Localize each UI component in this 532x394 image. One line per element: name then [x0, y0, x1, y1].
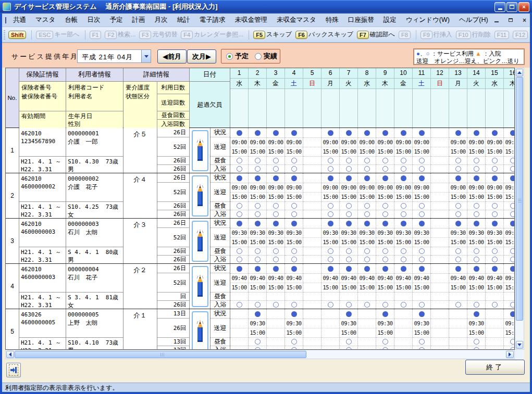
menu-item-未収金マスタ[interactable]: 未収金マスタ	[272, 14, 321, 26]
bath-open-circle	[255, 302, 261, 308]
menu-item-設定[interactable]: 設定	[379, 14, 401, 26]
fkey-F6[interactable]: F6バックスキップ	[295, 30, 353, 39]
mdi-close-button[interactable]: ×	[521, 17, 528, 23]
pickup-time	[394, 319, 412, 328]
day-cell-16: 09:3015:00	[504, 219, 514, 263]
user-cell: 000000003石川 太朗S 4. 4. 1 80歳男	[66, 219, 123, 263]
day-cell-5	[303, 219, 321, 263]
fkey-F7[interactable]: F7確認部へ	[357, 30, 395, 39]
scroll-right-button[interactable]	[506, 351, 514, 358]
user-code: 000000003	[68, 220, 121, 228]
day-cell-4: 09:0015:00	[285, 173, 303, 218]
horizontal-scrollbar-thumb[interactable]	[15, 351, 306, 358]
keycap-F12: F12	[513, 31, 528, 39]
mdi-restore-button[interactable]	[507, 17, 514, 23]
day-number: 9	[376, 68, 394, 79]
row-number: 1	[6, 128, 19, 173]
vertical-scrollbar[interactable]	[515, 68, 524, 350]
pencil-icon	[195, 183, 205, 208]
fkey-Shift[interactable]: Shift	[8, 31, 26, 39]
menu-item-台帳[interactable]: 台帳	[60, 14, 82, 26]
day-header-15: 15水	[486, 68, 504, 128]
prev-month-button[interactable]: ◀前月	[157, 49, 187, 63]
minimize-button[interactable]	[494, 2, 505, 12]
fkey-F5[interactable]: F5スキップ	[253, 30, 292, 39]
pickup-time	[358, 319, 376, 328]
menu-item-ウィンドウ(W)[interactable]: ウィンドウ(W)	[401, 14, 454, 26]
radio-actual[interactable]: 実績	[255, 52, 277, 61]
insurance-cell: 4620101234567890H21. 4. 1 ～H22. 3.31	[19, 128, 66, 173]
dropoff-time: 15:00	[267, 238, 284, 247]
label-pickup: 送迎	[211, 273, 230, 293]
menu-item-未収金管理[interactable]: 未収金管理	[230, 14, 272, 26]
dropoff-time: 15:00	[449, 283, 467, 292]
menu-item-月次[interactable]: 月次	[150, 14, 172, 26]
window-border-left	[0, 14, 2, 394]
mdi-minimize-button[interactable]	[493, 17, 500, 23]
col-header-date: 日付 超過欠員	[190, 68, 230, 128]
service-filled-circle	[364, 175, 370, 181]
day-cells: 09:3015:0009:3015:0009:3015:0009:3015:00…	[230, 219, 514, 263]
menu-item-統計[interactable]: 統計	[172, 14, 194, 26]
dropoff-time: 15:00	[267, 147, 284, 156]
vertical-scrollbar-thumb[interactable]	[516, 77, 523, 321]
menu-item-予定[interactable]: 予定	[105, 14, 127, 26]
day-cell-2: 09:4015:00	[249, 264, 267, 309]
scroll-down-button[interactable]	[516, 341, 523, 349]
bath-open-circle	[510, 166, 515, 172]
bath-open-circle	[273, 166, 279, 172]
menu-item-口座振替[interactable]: 口座振替	[343, 14, 379, 26]
day-cell-7: 09:3015:00	[340, 219, 358, 263]
horizontal-scrollbar[interactable]	[5, 350, 515, 359]
day-cell-3: 09:0015:00	[267, 128, 285, 173]
bath-open-circle	[401, 166, 406, 172]
toolbar-grip-handle[interactable]	[4, 30, 5, 40]
toggle-user-panel-button[interactable]	[6, 363, 21, 377]
scroll-left-button[interactable]	[6, 351, 14, 358]
menu-item-共通[interactable]: 共通	[8, 14, 31, 26]
menu-item-電子請求[interactable]: 電子請求	[194, 14, 230, 26]
service-filled-circle	[346, 175, 352, 181]
menu-item-マスタ[interactable]: マスタ	[31, 14, 60, 26]
dropoff-time	[431, 147, 449, 156]
user-row-4: 44620104600000003H21. 4. 1 ～H22. 3.31000…	[6, 264, 514, 309]
radio-plan[interactable]: 予定	[226, 52, 249, 61]
menu-item-日次[interactable]: 日次	[82, 14, 105, 26]
pencil-cell	[190, 309, 211, 350]
edit-pencil-button[interactable]	[192, 311, 208, 350]
day-number: 5	[303, 68, 321, 79]
row-labels-cell: 状況送迎昼食入浴	[211, 264, 230, 309]
counts-cell: 26日52回26回26回	[157, 128, 190, 173]
valid-to: H22. 3.31	[21, 166, 64, 173]
menu-item-ヘルプ(H)[interactable]: ヘルプ(H)	[454, 14, 493, 26]
lunch-count: 26回	[157, 202, 189, 210]
close-button[interactable]: ×	[518, 2, 529, 12]
user-row-1: 14620101234567890H21. 4. 1 ～H22. 3.31000…	[6, 128, 514, 173]
service-period-combobox[interactable]: 平成 21年 04月	[77, 49, 151, 63]
edit-pencil-button[interactable]	[192, 175, 208, 217]
restore-icon	[509, 18, 513, 22]
pickup-time: 09:40	[394, 274, 412, 283]
bath-open-circle	[492, 302, 498, 308]
service-filled-circle	[382, 311, 388, 317]
edit-pencil-button[interactable]	[192, 266, 208, 307]
bath-open-circle	[237, 211, 242, 217]
bath-open-circle	[419, 302, 425, 308]
day-cell-6: 09:3015:00	[321, 219, 340, 263]
label-status: 状況	[211, 309, 230, 319]
pickup-time: 09:30	[249, 228, 266, 238]
menu-item-特殊[interactable]: 特殊	[321, 14, 343, 26]
lunch-open-circle	[401, 203, 406, 209]
next-month-button[interactable]: 次月▶	[187, 49, 216, 63]
scroll-up-button[interactable]	[516, 69, 523, 77]
service-filled-circle	[474, 221, 479, 226]
combobox-dropdown-button[interactable]	[141, 50, 151, 62]
maximize-button[interactable]	[506, 2, 517, 12]
edit-pencil-button[interactable]	[192, 130, 208, 171]
edit-pencil-button[interactable]	[192, 221, 208, 262]
bath-open-circle	[382, 257, 388, 262]
exit-button[interactable]: 終了	[465, 360, 525, 375]
fkey-label: 元号切替	[152, 30, 177, 39]
bath-count: 26回	[157, 165, 189, 173]
menu-item-計画[interactable]: 計画	[127, 14, 150, 26]
